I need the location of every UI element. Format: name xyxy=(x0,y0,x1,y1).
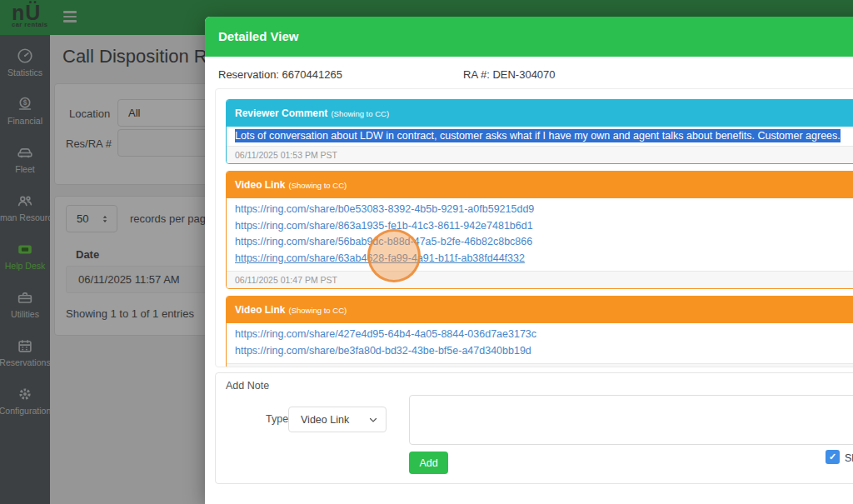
note-visibility-label: (Showing to CC) xyxy=(288,181,347,190)
note-visibility-label: (Showing to CC) xyxy=(331,109,389,118)
add-note-label: Add Note xyxy=(226,380,269,392)
video-link[interactable]: https://ring.com/share/56bab9dc-b88d-47a… xyxy=(235,234,853,251)
video-link[interactable]: https://ring.com/share/b0e53083-8392-4b5… xyxy=(235,202,853,218)
selected-comment-text: Lots of conversation about LDW in contra… xyxy=(235,129,841,142)
note-type-label: Reviewer Comment xyxy=(235,107,327,119)
note-timestamp: 06/11/2025 01:45 PM PST xyxy=(227,363,853,367)
note-card-reviewer-comment: Reviewer Comment (Showing to CC) Lots of… xyxy=(226,99,853,164)
modal-header: Detailed View xyxy=(205,17,853,57)
video-link[interactable]: https://ring.com/share/be3fa80d-bd32-43b… xyxy=(235,343,853,360)
note-type-label: Video Link xyxy=(235,179,285,191)
modal-title: Detailed View xyxy=(218,17,298,57)
video-link[interactable]: https://ring.com/share/427e4d95-64b4-4a0… xyxy=(235,327,853,343)
note-timestamp: 06/11/2025 01:47 PM PST xyxy=(227,271,853,288)
detailed-view-modal: Detailed View Reservation: 6670441265 RA… xyxy=(205,17,853,504)
note-visibility-label: (Showing to CC) xyxy=(288,306,347,315)
note-type-field-label: Type xyxy=(266,413,288,425)
note-text-input[interactable] xyxy=(409,395,853,445)
note-type-select-value: Video Link xyxy=(301,414,349,426)
note-card-header: Video Link (Showing to CC) xyxy=(227,297,853,323)
note-body: https://ring.com/share/b0e53083-8392-4b5… xyxy=(227,198,853,271)
note-card-video-link-1: Video Link (Showing to CC) https://ring.… xyxy=(226,171,853,289)
note-card-header: Reviewer Comment (Showing to CC) xyxy=(227,100,853,127)
add-note-button[interactable]: Add xyxy=(409,452,448,474)
note-body: Lots of conversation about LDW in contra… xyxy=(227,127,853,146)
add-note-panel: Add Note Type Video Link Add ✓ Sh xyxy=(215,372,853,484)
reservation-number: Reservation: 6670441265 xyxy=(218,68,342,81)
app-root: nÜ car rentals Statistics $ Financial Fl… xyxy=(0,0,853,504)
note-body: https://ring.com/share/427e4d95-64b4-4a0… xyxy=(227,323,853,363)
note-timestamp: 06/11/2025 01:53 PM PST xyxy=(227,146,853,163)
note-card-video-link-2: Video Link (Showing to CC) https://ring.… xyxy=(226,296,853,367)
ra-number: RA #: DEN-304070 xyxy=(463,68,556,81)
video-link[interactable]: https://ring.com/share/863a1935-fe1b-41c… xyxy=(235,218,853,235)
note-card-header: Video Link (Showing to CC) xyxy=(227,172,853,198)
note-type-select[interactable]: Video Link xyxy=(288,407,387,432)
video-link-hovered[interactable]: https://ring.com/share/63ab4628-fa99-4a9… xyxy=(235,251,853,267)
show-to-cc-checkbox[interactable]: ✓ xyxy=(826,450,840,464)
chevron-down-icon xyxy=(368,415,378,425)
notes-scroll-area[interactable]: Reviewer Comment (Showing to CC) Lots of… xyxy=(215,88,853,367)
show-to-cc-label: Sh xyxy=(845,452,853,464)
note-type-label: Video Link xyxy=(235,304,285,316)
